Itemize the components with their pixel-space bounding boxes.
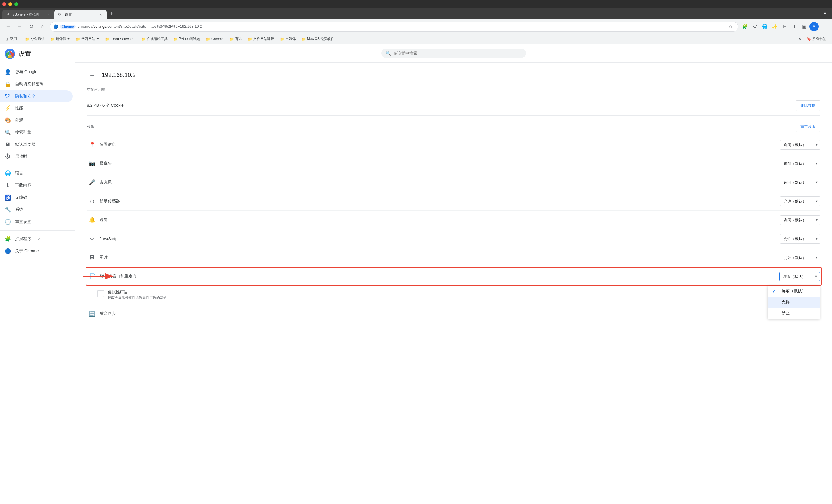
sidebar-item-startup[interactable]: ⏻ 启动时 — [0, 151, 73, 162]
perm-select-popups[interactable]: 屏蔽（默认） 允许 禁止 ✓ 屏蔽（默认） 允许 — [779, 272, 820, 281]
reset-permissions-button[interactable]: 重置权限 — [796, 122, 821, 132]
sidebar-label-privacy: 隐私和安全 — [15, 94, 35, 99]
bookmark-item-media[interactable]: 📁 自媒体 — [278, 35, 298, 43]
sidebar-item-privacy[interactable]: 🛡 隐私和安全 — [0, 90, 73, 102]
download-icon: ⬇ — [5, 182, 10, 189]
bookmark-item-docs[interactable]: 📁 文档网站建设 — [245, 35, 277, 43]
sidebar-label-performance: 性能 — [15, 106, 23, 111]
folder-icon: 📁 — [174, 37, 178, 41]
folder-icon: 📁 — [50, 37, 55, 41]
bookmark-item-chrome[interactable]: 📁 Chrome — [204, 36, 226, 42]
profile-button[interactable]: A — [809, 22, 819, 31]
sync-icon: 🔄 — [87, 309, 97, 319]
back-button[interactable]: ← — [87, 70, 97, 80]
perm-select-microphone[interactable]: 询问（默认） 允许 禁止 — [780, 178, 821, 187]
popups-select[interactable]: 屏蔽（默认） 允许 禁止 — [779, 272, 820, 281]
sidebar-item-about[interactable]: 🔵 关于 Chrome — [0, 245, 73, 257]
dropdown-option-block[interactable]: ✓ 屏蔽（默认） — [768, 286, 820, 297]
ai-icon[interactable]: ✨ — [770, 22, 779, 31]
translate-icon[interactable]: 🌐 — [760, 22, 770, 31]
tab-settings[interactable]: ⚙ 设置 ✕ — [54, 10, 107, 19]
reload-button[interactable]: ↻ — [27, 22, 36, 31]
startup-icon: ⏻ — [5, 153, 10, 159]
download-icon[interactable]: ⬇ — [790, 22, 799, 31]
sidebar-item-accessibility[interactable]: ♿ 无障碍 — [0, 191, 73, 204]
sidebar-item-search[interactable]: 🔍 搜索引擎 — [0, 127, 73, 139]
sidebar-item-downloads[interactable]: ⬇ 下载内容 — [0, 179, 73, 191]
bookmark-item-python[interactable]: 📁 Python面试题 — [171, 35, 202, 43]
sidebar-item-reset[interactable]: 🕐 重置设置 — [0, 216, 73, 228]
sidebar-item-language[interactable]: 🌐 语言 — [0, 167, 73, 179]
bookmark-label: 育儿 — [235, 36, 242, 42]
bookmark-item-good-soft[interactable]: 📁 Good Softwares — [103, 36, 138, 42]
sidebar-item-browser[interactable]: 🖥 默认浏览器 — [0, 139, 73, 151]
sidebar-toggle-icon[interactable]: ▣ — [800, 22, 809, 31]
images-icon: 🖼 — [87, 252, 97, 263]
bookmark-item-editor[interactable]: 📁 在线编辑工具 — [139, 35, 170, 43]
sidebar-item-appearance[interactable]: 🎨 外观 — [0, 114, 73, 127]
delete-data-button[interactable]: 删除数据 — [796, 100, 821, 111]
extensions-icon[interactable]: 🧩 — [740, 22, 750, 31]
sidebar-item-google[interactable]: 👤 您与 Google — [0, 66, 73, 78]
bookmarks-all[interactable]: 🔖 所有书签 — [805, 35, 829, 43]
notifications-select[interactable]: 询问（默认） 允许 禁止 — [780, 215, 821, 225]
ads-checkbox[interactable] — [97, 290, 104, 297]
menu-button[interactable]: ⋮ — [819, 22, 829, 31]
maximize-button[interactable] — [15, 2, 18, 6]
location-select[interactable]: 询问（默认） 允许 禁止 — [780, 140, 821, 150]
bookmark-item-office[interactable]: 📁 办公通信 — [23, 35, 47, 43]
perm-select-notifications[interactable]: 询问（默认） 允许 禁止 — [780, 215, 821, 225]
bookmark-star-icon[interactable]: ☆ — [726, 23, 734, 31]
sidebar-item-system[interactable]: 🔧 系统 — [0, 204, 73, 216]
performance-icon: ⚡ — [5, 105, 10, 111]
camera-select[interactable]: 询问（默认） 允许 禁止 — [780, 159, 821, 168]
extensions-icon: 🧩 — [5, 236, 10, 242]
dropdown-option-allow[interactable]: 允许 — [768, 297, 820, 308]
perm-select-camera[interactable]: 询问（默认） 允许 禁止 — [780, 159, 821, 168]
bookmark-item-macos[interactable]: 📁 Mac OS 免费软件 — [299, 35, 337, 43]
sidebar-item-extensions[interactable]: 🧩 扩展程序 ↗ — [0, 233, 73, 245]
shields-icon[interactable]: 🛡 — [750, 22, 760, 31]
bookmarks-more[interactable]: » — [797, 36, 803, 42]
permission-row-notifications: 🔔 通知 询问（默认） 允许 禁止 — [87, 211, 821, 230]
home-button[interactable]: ⌂ — [38, 22, 48, 31]
perm-select-location[interactable]: 询问（默认） 允许 禁止 — [780, 140, 821, 150]
new-tab-button[interactable]: + — [108, 10, 116, 18]
perm-select-motion[interactable]: 允许（默认） 询问 禁止 — [780, 196, 821, 206]
perm-label-microphone: 麦克风 — [97, 180, 780, 185]
tab-vsphere-icon: 🖥 — [6, 12, 10, 17]
address-url: chrome://settings/content/siteDetails?si… — [78, 24, 724, 29]
bookmark-label: Good Softwares — [111, 37, 135, 41]
bookmark-item-study[interactable]: 📁 学习网站 ✦ — [74, 35, 101, 43]
images-select[interactable]: 允许（默认） 禁止 — [780, 253, 821, 262]
tab-settings-close[interactable]: ✕ — [98, 12, 103, 17]
perm-select-javascript[interactable]: 允许（默认） 禁止 — [780, 234, 821, 244]
traffic-lights — [2, 2, 18, 6]
sidebar-item-autofill[interactable]: 🔒 自动填充和密码 — [0, 78, 73, 90]
bookmark-item-parenting[interactable]: 📁 育儿 — [227, 35, 244, 43]
address-bar[interactable]: 🔵 Chrome chrome://settings/content/siteD… — [50, 22, 738, 31]
settings-search-input[interactable] — [393, 51, 521, 56]
back-button[interactable]: ← — [3, 22, 13, 31]
forward-button[interactable]: → — [15, 22, 24, 31]
perm-select-images[interactable]: 允许（默认） 禁止 — [780, 253, 821, 262]
folder-icon: 📁 — [105, 37, 109, 41]
notifications-icon: 🔔 — [87, 215, 97, 225]
sidebar-item-performance[interactable]: ⚡ 性能 — [0, 102, 73, 114]
settings-search-bar[interactable]: 🔍 — [381, 49, 526, 58]
bookmarks-apps[interactable]: ⊞ 应用 — [3, 35, 19, 43]
bookmark-item-mirror[interactable]: 📁 镜像源 ✦ — [48, 35, 72, 43]
microphone-select[interactable]: 询问（默认） 允许 禁止 — [780, 178, 821, 187]
dropdown-option-deny[interactable]: 禁止 — [768, 308, 820, 319]
folder-icon: 📁 — [302, 37, 306, 41]
settings-search-wrap: 🔍 — [75, 44, 832, 63]
javascript-select[interactable]: 允许（默认） 禁止 — [780, 234, 821, 244]
ads-desc: 屏蔽会展示侵扰性或误导性广告的网站 — [108, 295, 167, 300]
tab-vsphere-close[interactable]: ✕ — [46, 12, 51, 17]
minimize-button[interactable] — [8, 2, 12, 6]
close-button[interactable] — [2, 2, 6, 6]
motion-select[interactable]: 允许（默认） 询问 禁止 — [780, 196, 821, 206]
tab-vsphere[interactable]: 🖥 vSphere - 虚拟机 ✕ — [2, 10, 54, 19]
tab-strip-menu[interactable]: ▾ — [821, 9, 830, 18]
chrome-apps-icon[interactable]: ⊞ — [780, 22, 789, 31]
